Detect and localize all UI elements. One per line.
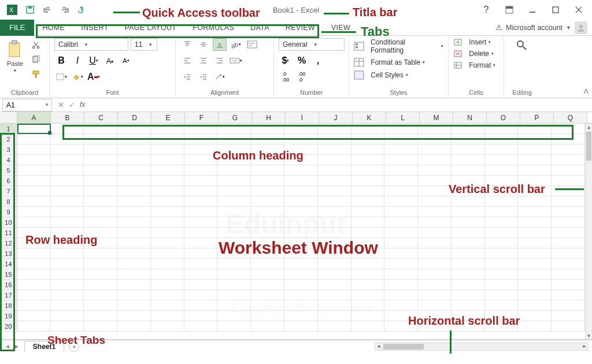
cell[interactable]	[418, 165, 452, 176]
cell[interactable]	[452, 217, 485, 228]
decrease-indent-icon[interactable]	[180, 70, 194, 83]
cell[interactable]	[84, 228, 117, 238]
cell[interactable]	[217, 196, 251, 207]
cell[interactable]	[518, 176, 552, 186]
cell[interactable]	[84, 196, 117, 207]
cell[interactable]	[217, 207, 251, 217]
cell[interactable]	[284, 259, 318, 269]
cell[interactable]	[84, 176, 117, 186]
cell[interactable]	[485, 165, 519, 176]
cell[interactable]	[217, 134, 251, 144]
cell[interactable]	[485, 134, 519, 144]
maximize-icon[interactable]	[550, 5, 561, 15]
font-size-combo[interactable]: 11▼	[131, 38, 157, 51]
cell[interactable]	[217, 259, 251, 269]
cell[interactable]	[251, 124, 284, 134]
cell[interactable]	[418, 280, 452, 290]
cell[interactable]	[485, 290, 519, 300]
percent-format-icon[interactable]: %	[295, 54, 309, 67]
cell[interactable]	[117, 176, 151, 186]
cell[interactable]	[51, 165, 84, 176]
cell[interactable]	[552, 207, 585, 217]
cell[interactable]	[284, 196, 318, 207]
cell[interactable]	[84, 238, 117, 248]
cell[interactable]	[284, 321, 318, 332]
cell[interactable]	[151, 259, 184, 269]
formula-input[interactable]	[91, 99, 592, 112]
cell[interactable]	[117, 300, 151, 311]
cell[interactable]	[251, 144, 284, 155]
cell[interactable]	[251, 238, 284, 248]
cell[interactable]	[518, 280, 552, 290]
row-header[interactable]: 12	[0, 238, 17, 248]
cell[interactable]	[452, 248, 485, 259]
cell[interactable]	[151, 248, 184, 259]
cell[interactable]	[318, 217, 352, 228]
cell[interactable]	[318, 134, 352, 144]
cell[interactable]	[384, 217, 418, 228]
cell[interactable]	[84, 134, 117, 144]
cell[interactable]	[384, 124, 418, 134]
cell[interactable]	[184, 176, 218, 186]
cell[interactable]	[318, 155, 352, 165]
borders-icon[interactable]: ▾	[54, 70, 68, 83]
cell[interactable]	[51, 248, 84, 259]
cell[interactable]	[84, 290, 117, 300]
horizontal-scrollbar[interactable]: ◄ ►	[375, 343, 589, 351]
orientation-alt-icon[interactable]: ▾	[213, 70, 227, 83]
cell[interactable]	[384, 207, 418, 217]
cell[interactable]	[452, 228, 485, 238]
scroll-thumb[interactable]	[383, 344, 424, 350]
cell[interactable]	[151, 290, 184, 300]
cell[interactable]	[284, 311, 318, 321]
cell[interactable]	[51, 280, 84, 290]
cell[interactable]	[284, 134, 318, 144]
cell[interactable]	[151, 269, 184, 280]
cell[interactable]	[452, 124, 485, 134]
cell[interactable]	[284, 269, 318, 280]
cell[interactable]	[51, 259, 84, 269]
row-header[interactable]: 7	[0, 186, 17, 196]
cell[interactable]	[251, 280, 284, 290]
cell[interactable]	[184, 269, 218, 280]
vertical-scrollbar[interactable]: ▲ ▼	[585, 124, 592, 339]
cell[interactable]	[284, 207, 318, 217]
column-header[interactable]: E	[151, 112, 185, 123]
cell[interactable]	[84, 207, 117, 217]
cell[interactable]	[384, 311, 418, 321]
cell[interactable]	[518, 165, 552, 176]
sheet-tab[interactable]: Sheet1	[24, 341, 64, 352]
column-header[interactable]: Q	[554, 112, 587, 123]
cell[interactable]	[217, 280, 251, 290]
cell[interactable]	[251, 207, 284, 217]
cell[interactable]	[284, 280, 318, 290]
cell[interactable]	[352, 207, 385, 217]
italic-button[interactable]: I	[71, 54, 84, 67]
cell[interactable]	[151, 300, 184, 311]
cell[interactable]	[318, 176, 352, 186]
cell[interactable]	[17, 269, 51, 280]
cut-icon[interactable]	[29, 38, 43, 51]
row-header[interactable]: 16	[0, 280, 17, 290]
delete-cells-button[interactable]: Delete▾	[453, 50, 494, 58]
cell[interactable]	[217, 228, 251, 238]
cell[interactable]	[552, 248, 585, 259]
cell[interactable]	[485, 280, 519, 290]
enter-formula-icon[interactable]: ✓	[69, 101, 75, 109]
cell[interactable]	[418, 311, 452, 321]
row-header[interactable]: 3	[0, 144, 17, 155]
cell[interactable]	[485, 248, 519, 259]
cell[interactable]	[352, 248, 385, 259]
row-header[interactable]: 5	[0, 165, 17, 176]
cell[interactable]	[151, 321, 184, 332]
cell[interactable]	[51, 321, 84, 332]
cell[interactable]	[84, 321, 117, 332]
tab-data[interactable]: DATA	[242, 20, 278, 36]
comma-format-icon[interactable]: ,	[311, 54, 325, 67]
cell[interactable]	[485, 217, 519, 228]
cell[interactable]	[352, 165, 385, 176]
cell[interactable]	[552, 259, 585, 269]
format-painter-icon[interactable]	[29, 68, 43, 81]
scroll-left-icon[interactable]: ◄	[375, 343, 382, 350]
cell[interactable]	[384, 144, 418, 155]
